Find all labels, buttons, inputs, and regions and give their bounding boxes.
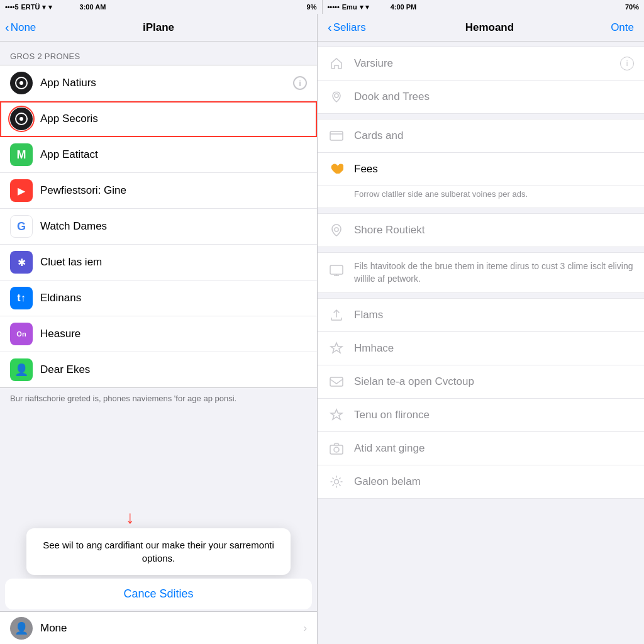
callout-overlay: See wil to ang cardifiant our make their…: [0, 528, 317, 575]
list-item[interactable]: Varsiure i: [318, 47, 644, 80]
item-label-atid: Atid xant ginge: [354, 442, 634, 455]
chevron-right-icon: ›: [304, 623, 307, 634]
list-item[interactable]: Cards and: [318, 119, 644, 153]
list-item[interactable]: On Heasure: [0, 316, 317, 352]
carrier-left: ERTÜ: [21, 3, 40, 11]
right-list: Varsiure i Dook and Trees: [318, 42, 644, 644]
heart-icon: [328, 160, 345, 178]
chevron-right-back-icon: ‹: [328, 20, 332, 35]
item-label-fees: Fees: [354, 163, 634, 175]
back-button-left[interactable]: ‹ None: [5, 20, 36, 35]
item-label-hmhace: Hmhace: [354, 342, 634, 355]
info-icon-varsiure[interactable]: i: [620, 57, 634, 70]
section-sub-text: Forrow clatller side ane sulberat voines…: [318, 186, 644, 208]
list-item[interactable]: M App Eatitact: [0, 137, 317, 173]
right-nav-title: Hemoand: [369, 21, 611, 34]
left-panel: ‹ None iPlane Gros 2 Prones App Natiurs …: [0, 14, 318, 644]
item-label-secoris: App Secoris: [40, 113, 307, 125]
app-icon-natiurs: [10, 72, 33, 94]
status-bar: ••••5 ERTÜ ▾ ▾ 3:00 AM 9% ••••• Emu ▾ ▾ …: [0, 0, 644, 14]
list-item[interactable]: App Secoris: [0, 101, 317, 137]
list-item[interactable]: Dook and Trees: [318, 80, 644, 113]
wifi-left: ▾ ▾: [42, 3, 52, 11]
app-icon-cluet: ✱: [10, 251, 33, 274]
status-bar-left: ••••5 ERTÜ ▾ ▾ 3:00 AM 9%: [0, 0, 322, 14]
signal-right: •••••: [328, 3, 340, 11]
settings-list: App Natiurs i App Secoris M App Eatitact…: [0, 65, 317, 388]
right-panel: ‹ Seliars Hemoand Onte Varsiure i: [318, 14, 644, 644]
list-item[interactable]: Flams: [318, 299, 644, 332]
app-icon-dearekes: 👤: [10, 358, 33, 381]
app-icon-pewfiestsori: ▶: [10, 179, 33, 202]
list-item[interactable]: App Natiurs i: [0, 65, 317, 101]
list-item[interactable]: Atid xant ginge: [318, 432, 644, 465]
pin-icon: [328, 221, 345, 239]
app-icon-eatitact: M: [10, 143, 33, 166]
star2-icon: [328, 406, 345, 424]
list-item[interactable]: Fils htavitook de the brue them in iteme…: [318, 253, 644, 292]
svg-point-11: [335, 480, 339, 484]
item-label-galeon: Galeon belam: [354, 475, 634, 488]
item-label-cards: Cards and: [354, 130, 634, 142]
callout-box: See wil to ang cardifiant our make their…: [26, 528, 291, 575]
right-section-2: Cards and Fees Forrow clatller side ane …: [318, 119, 644, 208]
item-label-dearekes: Dear Ekes: [40, 364, 307, 376]
right-section-3: Shore Routiekt: [318, 213, 644, 247]
list-item[interactable]: Shore Routiekt: [318, 214, 644, 247]
footer-text: Bur riaftschorie greted is, phones navie…: [0, 388, 317, 412]
list-item[interactable]: ▶ Pewfiestsori: Gine: [0, 173, 317, 209]
item-label-watchdames: Watch Dames: [40, 220, 307, 233]
list-item[interactable]: Galeon belam: [318, 465, 644, 498]
location-icon: [328, 88, 345, 106]
item-label-shore: Shore Routiekt: [354, 224, 634, 236]
svg-point-10: [334, 447, 339, 452]
screen-icon: [328, 262, 345, 279]
chevron-left-icon: ‹: [5, 20, 9, 35]
list-item[interactable]: Tenu on flironce: [318, 399, 644, 432]
list-item[interactable]: Hmhace: [318, 332, 644, 365]
back-label-right[interactable]: Seliars: [333, 21, 366, 34]
item-label-dook: Dook and Trees: [354, 91, 634, 103]
avatar: 👤: [10, 617, 33, 640]
callout-text: See wil to ang cardifiant our make their…: [43, 540, 274, 564]
list-item[interactable]: ✱ Cluet las iem: [0, 245, 317, 280]
list-item[interactable]: Sielan te-a open Cvctoup: [318, 365, 644, 399]
cancel-button[interactable]: Cance Sdities: [5, 579, 312, 609]
right-section-1: Varsiure i Dook and Trees: [318, 47, 644, 114]
item-label-eatitact: App Eatitact: [40, 148, 307, 161]
svg-rect-9: [330, 445, 343, 454]
time-right: 4:00 PM: [391, 3, 417, 11]
list-item[interactable]: t↑ Eldinans: [0, 280, 317, 316]
right-section-4: Fils htavitook de the brue them in iteme…: [318, 252, 644, 293]
list-item[interactable]: G Watch Dames: [0, 209, 317, 245]
home-icon: [328, 55, 345, 72]
cancel-area: Cance Sdities: [0, 579, 317, 609]
item-label-sielan: Sielan te-a open Cvctoup: [354, 375, 634, 388]
list-item[interactable]: Fees: [318, 153, 644, 186]
battery-left: 9%: [307, 3, 317, 11]
profile-row[interactable]: 👤 Mone ›: [0, 611, 317, 644]
card-icon: [328, 127, 345, 145]
info-icon-natiurs[interactable]: i: [293, 76, 307, 90]
envelope-icon: [328, 373, 345, 391]
app-icon-watchdames: G: [10, 215, 33, 238]
item-label-flams: Flams: [354, 309, 634, 321]
right-section-5: Flams Hmhace: [318, 298, 644, 499]
item-label-varsiure: Varsiure: [354, 57, 620, 70]
back-button-right[interactable]: ‹ Seliars: [328, 20, 366, 35]
upload-icon: [328, 306, 345, 324]
done-button[interactable]: Onte: [611, 21, 634, 34]
left-nav-title: iPlane: [143, 21, 174, 34]
list-item[interactable]: 👤 Dear Ekes: [0, 352, 317, 387]
svg-point-6: [335, 228, 338, 231]
svg-rect-5: [330, 131, 343, 140]
back-label-left[interactable]: None: [11, 21, 36, 34]
section-header: Gros 2 Prones: [0, 42, 317, 65]
item-label-pewfiestsori: Pewfiestsori: Gine: [40, 184, 307, 197]
svg-point-1: [19, 81, 23, 85]
item-label-cluet: Cluet las iem: [40, 256, 307, 269]
gear-icon: [328, 473, 345, 491]
carrier-right: Emu: [342, 3, 357, 11]
item-label-tenu: Tenu on flironce: [354, 409, 634, 421]
star-icon: [328, 340, 345, 357]
